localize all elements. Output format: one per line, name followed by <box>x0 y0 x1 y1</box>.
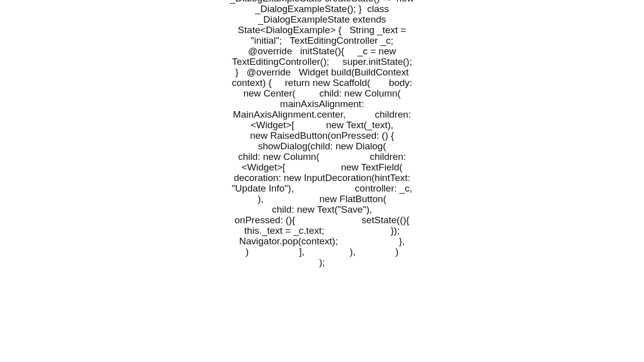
code-snippet: _DialogExampleState createState() => new… <box>226 0 418 267</box>
code-container: _DialogExampleState createState() => new… <box>226 0 418 267</box>
